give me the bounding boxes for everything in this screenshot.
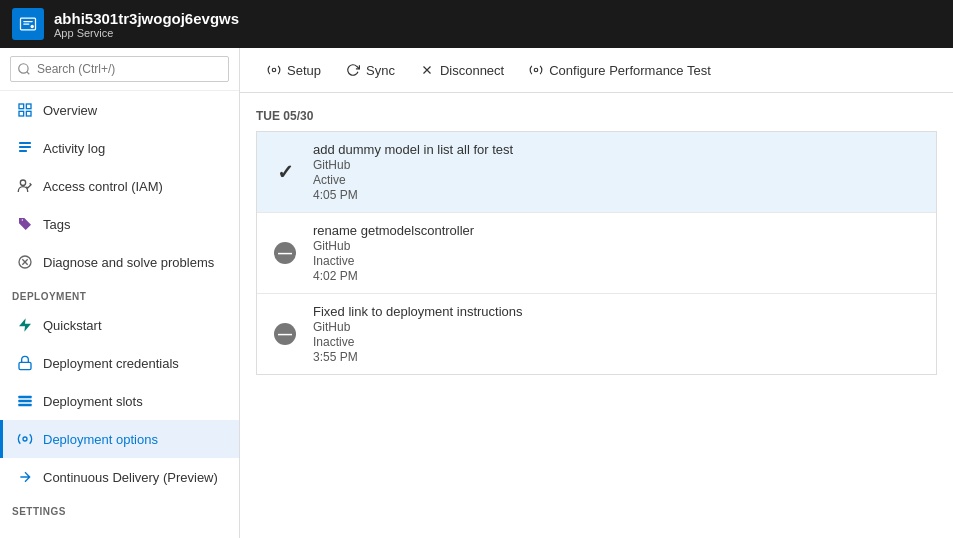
deployment-item[interactable]: ✓ add dummy model in list all for test G… <box>257 132 936 213</box>
deployment-status-1: Active <box>313 173 513 187</box>
dash-icon-3: — <box>274 323 296 345</box>
svg-rect-6 <box>19 142 31 144</box>
sync-icon <box>345 62 361 78</box>
disconnect-label: Disconnect <box>440 63 504 78</box>
svg-rect-2 <box>19 104 24 109</box>
deployment-item[interactable]: — Fixed link to deployment instructions … <box>257 294 936 374</box>
deployment-time-3: 3:55 PM <box>313 350 523 364</box>
deployment-info-1: add dummy model in list all for test Git… <box>313 142 513 202</box>
header-title-group: abhi5301tr3jwogoj6evgws App Service <box>54 10 239 39</box>
configure-perf-button[interactable]: Configure Performance Test <box>518 56 721 84</box>
sidebar-item-overview[interactable]: Overview <box>0 91 239 129</box>
deployment-source-3: GitHub <box>313 320 523 334</box>
sidebar-item-deployment-options[interactable]: Deployment options <box>0 420 239 458</box>
sync-label: Sync <box>366 63 395 78</box>
deployment-title-3: Fixed link to deployment instructions <box>313 304 523 319</box>
checkmark-icon: ✓ <box>277 160 294 184</box>
sidebar-label-quickstart: Quickstart <box>43 318 102 333</box>
deployment-info-3: Fixed link to deployment instructions Gi… <box>313 304 523 364</box>
svg-point-17 <box>23 437 27 441</box>
setup-button[interactable]: Setup <box>256 56 331 84</box>
svg-rect-14 <box>18 396 31 399</box>
sidebar-item-diagnose[interactable]: Diagnose and solve problems <box>0 243 239 281</box>
page-title: App Service <box>54 27 239 39</box>
sidebar-item-activity-log[interactable]: Activity log <box>0 129 239 167</box>
disconnect-button[interactable]: Disconnect <box>409 56 514 84</box>
deployment-slots-icon <box>15 391 35 411</box>
disconnect-icon <box>419 62 435 78</box>
deployment-title-1: add dummy model in list all for test <box>313 142 513 157</box>
deployment-time-1: 4:05 PM <box>313 188 513 202</box>
deployment-content: TUE 05/30 ✓ add dummy model in list all … <box>240 93 953 538</box>
sidebar-item-quickstart[interactable]: Quickstart <box>0 306 239 344</box>
configure-perf-label: Configure Performance Test <box>549 63 711 78</box>
sidebar-label-diagnose: Diagnose and solve problems <box>43 255 214 270</box>
svg-point-18 <box>272 68 276 72</box>
toolbar: Setup Sync Disconnect Configure Performa… <box>240 48 953 93</box>
setup-label: Setup <box>287 63 321 78</box>
svg-rect-16 <box>18 404 31 407</box>
sidebar: Overview Activity log Access control (IA… <box>0 48 240 538</box>
continuous-delivery-icon <box>15 467 35 487</box>
svg-rect-8 <box>19 150 27 152</box>
sidebar-item-tags[interactable]: Tags <box>0 205 239 243</box>
svg-point-19 <box>534 68 538 72</box>
sidebar-item-access-control[interactable]: Access control (IAM) <box>0 167 239 205</box>
main-layout: Overview Activity log Access control (IA… <box>0 48 953 538</box>
app-name: abhi5301tr3jwogoj6evgws <box>54 10 239 27</box>
deployment-source-1: GitHub <box>313 158 513 172</box>
setup-icon <box>266 62 282 78</box>
sidebar-nav: Overview Activity log Access control (IA… <box>0 91 239 538</box>
sidebar-label-tags: Tags <box>43 217 70 232</box>
svg-rect-15 <box>18 400 31 403</box>
app-service-icon <box>12 8 44 40</box>
status-icon-dash-2: — <box>271 239 299 267</box>
status-icon-dash-3: — <box>271 320 299 348</box>
deployment-info-2: rename getmodelscontroller GitHub Inacti… <box>313 223 474 283</box>
overview-icon <box>15 100 35 120</box>
svg-rect-7 <box>19 146 31 148</box>
settings-section-label: SETTINGS <box>0 496 239 521</box>
svg-point-9 <box>20 180 25 185</box>
sidebar-label-deployment-slots: Deployment slots <box>43 394 143 409</box>
svg-rect-5 <box>26 111 31 116</box>
deployment-credentials-icon <box>15 353 35 373</box>
configure-perf-icon <box>528 62 544 78</box>
diagnose-icon <box>15 252 35 272</box>
deployment-status-3: Inactive <box>313 335 523 349</box>
sidebar-item-continuous-delivery[interactable]: Continuous Delivery (Preview) <box>0 458 239 496</box>
deployment-status-2: Inactive <box>313 254 474 268</box>
deployment-source-2: GitHub <box>313 239 474 253</box>
sidebar-label-deployment-options: Deployment options <box>43 432 158 447</box>
svg-rect-4 <box>19 111 24 116</box>
deployment-list: ✓ add dummy model in list all for test G… <box>256 131 937 375</box>
date-label: TUE 05/30 <box>256 109 937 123</box>
activity-log-icon <box>15 138 35 158</box>
sidebar-label-access-control: Access control (IAM) <box>43 179 163 194</box>
sidebar-label-activity-log: Activity log <box>43 141 105 156</box>
deployment-item[interactable]: — rename getmodelscontroller GitHub Inac… <box>257 213 936 294</box>
sidebar-item-deployment-credentials[interactable]: Deployment credentials <box>0 344 239 382</box>
svg-rect-3 <box>26 104 31 109</box>
sidebar-item-deployment-slots[interactable]: Deployment slots <box>0 382 239 420</box>
access-control-icon <box>15 176 35 196</box>
search-box[interactable] <box>0 48 239 91</box>
deployment-options-icon <box>15 429 35 449</box>
dash-icon-2: — <box>274 242 296 264</box>
content-area: Setup Sync Disconnect Configure Performa… <box>240 48 953 538</box>
svg-rect-13 <box>19 362 31 369</box>
app-header: abhi5301tr3jwogoj6evgws App Service <box>0 0 953 48</box>
deployment-section-label: DEPLOYMENT <box>0 281 239 306</box>
sidebar-label-overview: Overview <box>43 103 97 118</box>
tags-icon <box>15 214 35 234</box>
search-input[interactable] <box>10 56 229 82</box>
deployment-time-2: 4:02 PM <box>313 269 474 283</box>
sidebar-label-deployment-credentials: Deployment credentials <box>43 356 179 371</box>
svg-point-1 <box>31 25 34 28</box>
sidebar-label-continuous-delivery: Continuous Delivery (Preview) <box>43 470 218 485</box>
status-icon-check: ✓ <box>271 158 299 186</box>
sync-button[interactable]: Sync <box>335 56 405 84</box>
quickstart-icon <box>15 315 35 335</box>
deployment-title-2: rename getmodelscontroller <box>313 223 474 238</box>
